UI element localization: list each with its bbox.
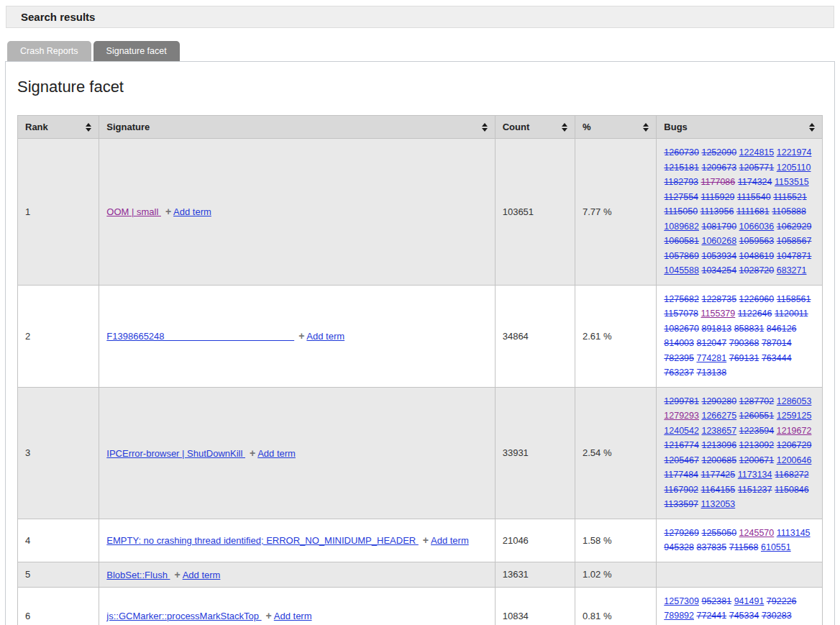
- tab-crash-reports[interactable]: Crash Reports: [7, 41, 91, 61]
- bug-link[interactable]: 1299781: [664, 396, 699, 406]
- bug-link[interactable]: 1238657: [701, 426, 736, 436]
- bug-link[interactable]: 1045588: [664, 265, 699, 275]
- bug-link[interactable]: 1047871: [777, 251, 812, 261]
- bug-link[interactable]: 1157078: [664, 309, 698, 319]
- bug-link[interactable]: 745334: [729, 611, 759, 621]
- bug-link[interactable]: 1060581: [664, 236, 699, 246]
- bug-link[interactable]: 1287702: [739, 396, 775, 406]
- bug-link[interactable]: 1115521: [773, 192, 807, 202]
- bug-link[interactable]: 782395: [664, 353, 694, 363]
- bug-link[interactable]: 1260730: [664, 147, 699, 158]
- bug-link[interactable]: 1105888: [772, 206, 806, 216]
- bug-link[interactable]: 1173134: [738, 470, 772, 480]
- bug-link[interactable]: 1150846: [775, 485, 809, 495]
- bug-link[interactable]: 1177425: [701, 470, 736, 480]
- bug-link[interactable]: 1081790: [701, 222, 736, 232]
- bug-link[interactable]: 1182793: [664, 177, 698, 187]
- bug-link[interactable]: 1048619: [739, 251, 775, 261]
- bug-link[interactable]: 1115540: [737, 192, 771, 202]
- bug-link[interactable]: 1252090: [701, 147, 736, 158]
- column-header-rank[interactable]: Rank: [18, 116, 99, 139]
- bug-link[interactable]: 1205467: [664, 455, 699, 465]
- column-header-bugs[interactable]: Bugs: [657, 116, 823, 139]
- bug-link[interactable]: 1213092: [739, 440, 775, 450]
- bug-link[interactable]: 1155379: [701, 309, 736, 319]
- bug-link[interactable]: 1174324: [738, 177, 772, 187]
- signature-link[interactable]: F1398665248: [106, 331, 294, 342]
- bug-link[interactable]: 1209673: [701, 163, 736, 173]
- bug-link[interactable]: 1120011: [775, 309, 808, 319]
- bug-link[interactable]: 1115929: [701, 192, 735, 202]
- bug-link[interactable]: 891813: [701, 324, 731, 334]
- bug-link[interactable]: 1177484: [664, 470, 698, 480]
- bug-link[interactable]: 945328: [664, 542, 694, 552]
- bug-link[interactable]: 1060268: [701, 236, 736, 246]
- bug-link[interactable]: 730283: [762, 611, 792, 621]
- bug-link[interactable]: 1058567: [777, 236, 812, 246]
- bug-link[interactable]: 1057869: [664, 251, 699, 261]
- bug-link[interactable]: 1113145: [777, 528, 811, 538]
- signature-link[interactable]: OOM | small: [106, 206, 161, 217]
- bug-link[interactable]: 610551: [761, 542, 791, 552]
- bug-link[interactable]: 1206729: [777, 440, 812, 450]
- bug-link[interactable]: 1122646: [738, 309, 772, 319]
- bug-link[interactable]: 1205110: [777, 163, 811, 173]
- bug-link[interactable]: 1221974: [777, 147, 812, 158]
- bug-link[interactable]: 1200646: [777, 455, 812, 465]
- bug-link[interactable]: 1200685: [701, 455, 736, 465]
- bug-link[interactable]: 1259125: [777, 411, 812, 421]
- bug-link[interactable]: 1132053: [701, 499, 736, 509]
- bug-link[interactable]: 1226960: [739, 294, 775, 304]
- bug-link[interactable]: 1168272: [775, 470, 809, 480]
- bug-link[interactable]: 769131: [729, 353, 759, 363]
- bug-link[interactable]: 1224815: [739, 147, 775, 158]
- column-header-count[interactable]: Count: [495, 116, 575, 139]
- bug-link[interactable]: 1028720: [739, 265, 775, 275]
- bug-link[interactable]: 774281: [697, 353, 727, 363]
- bug-link[interactable]: 763237: [664, 368, 694, 378]
- bug-link[interactable]: 941491: [734, 596, 764, 606]
- bug-link[interactable]: 711568: [729, 542, 759, 552]
- bug-link[interactable]: 1062929: [777, 222, 812, 232]
- bug-link[interactable]: 1167902: [664, 485, 698, 495]
- bug-link[interactable]: 1240542: [664, 426, 699, 436]
- bug-link[interactable]: 1113956: [700, 206, 734, 216]
- bug-link[interactable]: 1255050: [701, 528, 736, 538]
- bug-link[interactable]: 1066036: [739, 222, 775, 232]
- bug-link[interactable]: 1158561: [777, 294, 811, 304]
- bug-link[interactable]: 1177086: [701, 177, 736, 187]
- add-term-link[interactable]: Add term: [173, 206, 211, 217]
- bug-link[interactable]: 763444: [762, 353, 792, 363]
- bug-link[interactable]: 1279269: [664, 528, 699, 538]
- bug-link[interactable]: 1216774: [664, 440, 699, 450]
- bug-link[interactable]: 790368: [729, 338, 759, 348]
- bug-link[interactable]: 858831: [734, 324, 764, 334]
- bug-link[interactable]: 1205771: [739, 163, 775, 173]
- bug-link[interactable]: 789892: [664, 611, 694, 621]
- signature-link[interactable]: js::GCMarker::processMarkStackTop: [106, 611, 261, 621]
- bug-link[interactable]: 1153515: [775, 177, 809, 187]
- bug-link[interactable]: 1133597: [664, 499, 698, 509]
- bug-link[interactable]: 952381: [701, 596, 731, 606]
- add-term-link[interactable]: Add term: [257, 448, 296, 459]
- bug-link[interactable]: 1151237: [738, 485, 772, 495]
- add-term-link[interactable]: Add term: [183, 570, 221, 580]
- signature-link[interactable]: BlobSet::Flush: [106, 570, 170, 580]
- signature-link[interactable]: IPCError-browser | ShutDownKill: [106, 448, 245, 459]
- signature-link[interactable]: EMPTY: no crashing thread identified; ER…: [106, 535, 419, 546]
- bug-link[interactable]: 1223594: [739, 426, 775, 436]
- bug-link[interactable]: 1228735: [701, 294, 736, 304]
- add-term-link[interactable]: Add term: [306, 331, 344, 342]
- column-header-pct[interactable]: %: [575, 116, 656, 139]
- bug-link[interactable]: 837835: [697, 542, 727, 552]
- bug-link[interactable]: 1164155: [701, 485, 736, 495]
- bug-link[interactable]: 683271: [777, 265, 807, 275]
- tab-signature-facet[interactable]: Signature facet: [93, 41, 180, 61]
- bug-link[interactable]: 1266275: [701, 411, 736, 421]
- bug-link[interactable]: 814003: [664, 338, 694, 348]
- bug-link[interactable]: 1059563: [739, 236, 775, 246]
- bug-link[interactable]: 1290280: [701, 396, 736, 406]
- bug-link[interactable]: 1082670: [664, 324, 699, 334]
- bug-link[interactable]: 1245570: [739, 528, 775, 538]
- bug-link[interactable]: 1213096: [701, 440, 736, 450]
